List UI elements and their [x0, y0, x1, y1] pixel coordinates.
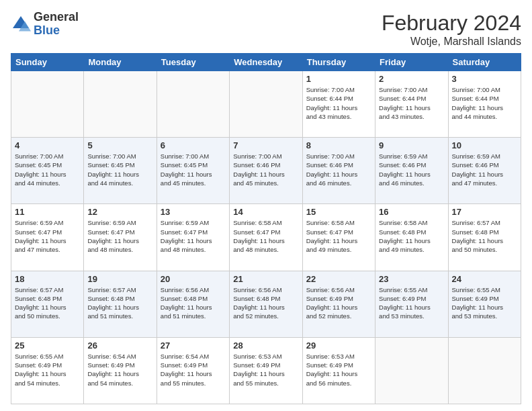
- day-info: Sunrise: 6:57 AMSunset: 6:48 PMDaylight:…: [87, 285, 152, 321]
- day-number: 20: [161, 274, 226, 284]
- day-number: 4: [15, 140, 80, 150]
- day-number: 26: [87, 340, 152, 351]
- day-info: Sunrise: 6:59 AMSunset: 6:47 PMDaylight:…: [87, 218, 152, 254]
- page: General Blue February 2024 Wotje, Marsha…: [0, 0, 532, 411]
- calendar-cell: 1Sunrise: 7:00 AMSunset: 6:44 PMDaylight…: [302, 71, 375, 138]
- day-info: Sunrise: 6:56 AMSunset: 6:48 PMDaylight:…: [233, 285, 298, 321]
- day-number: 6: [161, 140, 226, 150]
- title-month-year: February 2024: [382, 11, 521, 36]
- day-info: Sunrise: 6:56 AMSunset: 6:48 PMDaylight:…: [161, 285, 226, 321]
- day-number: 10: [452, 140, 517, 150]
- calendar-weekday-tuesday: Tuesday: [157, 54, 229, 71]
- logo-general-text: General: [34, 11, 79, 24]
- day-number: 29: [306, 340, 371, 351]
- day-info: Sunrise: 7:00 AMSunset: 6:44 PMDaylight:…: [306, 85, 371, 121]
- calendar-cell: 27Sunrise: 6:54 AMSunset: 6:49 PMDayligh…: [157, 337, 229, 404]
- calendar-cell: 17Sunrise: 6:57 AMSunset: 6:48 PMDayligh…: [448, 204, 521, 271]
- calendar-cell: 11Sunrise: 6:59 AMSunset: 6:47 PMDayligh…: [11, 204, 84, 271]
- day-info: Sunrise: 6:53 AMSunset: 6:49 PMDaylight:…: [306, 352, 371, 387]
- day-number: 14: [233, 207, 298, 217]
- calendar-header-row: SundayMondayTuesdayWednesdayThursdayFrid…: [11, 54, 521, 71]
- calendar-week-row: 25Sunrise: 6:55 AMSunset: 6:49 PMDayligh…: [11, 337, 521, 404]
- calendar-cell: 3Sunrise: 7:00 AMSunset: 6:44 PMDaylight…: [448, 71, 521, 138]
- calendar-cell: 8Sunrise: 7:00 AMSunset: 6:46 PMDaylight…: [302, 138, 375, 204]
- calendar-weekday-wednesday: Wednesday: [230, 54, 302, 71]
- calendar-cell: 20Sunrise: 6:56 AMSunset: 6:48 PMDayligh…: [157, 271, 229, 337]
- calendar-cell: [375, 337, 448, 404]
- calendar-cell: 12Sunrise: 6:59 AMSunset: 6:47 PMDayligh…: [84, 204, 157, 271]
- title-block: February 2024 Wotje, Marshall Islands: [382, 11, 521, 48]
- day-info: Sunrise: 7:00 AMSunset: 6:44 PMDaylight:…: [452, 85, 517, 121]
- calendar-cell: [11, 71, 84, 138]
- calendar-cell: 10Sunrise: 6:59 AMSunset: 6:46 PMDayligh…: [448, 138, 521, 204]
- calendar-cell: 22Sunrise: 6:56 AMSunset: 6:49 PMDayligh…: [302, 271, 375, 337]
- calendar-cell: 26Sunrise: 6:54 AMSunset: 6:49 PMDayligh…: [84, 337, 157, 404]
- day-number: 12: [87, 207, 152, 217]
- calendar-weekday-sunday: Sunday: [11, 54, 84, 71]
- day-info: Sunrise: 7:00 AMSunset: 6:45 PMDaylight:…: [15, 152, 80, 187]
- calendar-table: SundayMondayTuesdayWednesdayThursdayFrid…: [11, 53, 521, 404]
- day-info: Sunrise: 7:00 AMSunset: 6:45 PMDaylight:…: [161, 152, 226, 187]
- day-info: Sunrise: 6:55 AMSunset: 6:49 PMDaylight:…: [379, 285, 444, 321]
- day-number: 23: [379, 274, 444, 284]
- calendar-cell: 28Sunrise: 6:53 AMSunset: 6:49 PMDayligh…: [230, 337, 302, 404]
- calendar-cell: 29Sunrise: 6:53 AMSunset: 6:49 PMDayligh…: [302, 337, 375, 404]
- calendar-cell: 21Sunrise: 6:56 AMSunset: 6:48 PMDayligh…: [230, 271, 302, 337]
- day-info: Sunrise: 6:53 AMSunset: 6:49 PMDaylight:…: [233, 352, 298, 387]
- calendar-cell: 19Sunrise: 6:57 AMSunset: 6:48 PMDayligh…: [84, 271, 157, 337]
- calendar-cell: 4Sunrise: 7:00 AMSunset: 6:45 PMDaylight…: [11, 138, 84, 204]
- calendar-cell: 13Sunrise: 6:59 AMSunset: 6:47 PMDayligh…: [157, 204, 229, 271]
- day-info: Sunrise: 6:54 AMSunset: 6:49 PMDaylight:…: [87, 352, 152, 387]
- calendar-cell: [448, 337, 521, 404]
- day-info: Sunrise: 6:58 AMSunset: 6:48 PMDaylight:…: [379, 218, 444, 254]
- day-info: Sunrise: 7:00 AMSunset: 6:46 PMDaylight:…: [306, 152, 371, 187]
- calendar-week-row: 1Sunrise: 7:00 AMSunset: 6:44 PMDaylight…: [11, 71, 521, 138]
- day-number: 13: [161, 207, 226, 217]
- calendar-cell: 2Sunrise: 7:00 AMSunset: 6:44 PMDaylight…: [375, 71, 448, 138]
- day-number: 21: [233, 274, 298, 284]
- calendar-cell: 25Sunrise: 6:55 AMSunset: 6:49 PMDayligh…: [11, 337, 84, 404]
- calendar-cell: 15Sunrise: 6:58 AMSunset: 6:47 PMDayligh…: [302, 204, 375, 271]
- calendar-cell: 5Sunrise: 7:00 AMSunset: 6:45 PMDaylight…: [84, 138, 157, 204]
- calendar-weekday-monday: Monday: [84, 54, 157, 71]
- day-number: 5: [87, 140, 152, 150]
- day-info: Sunrise: 6:55 AMSunset: 6:49 PMDaylight:…: [15, 352, 80, 387]
- calendar-cell: 14Sunrise: 6:58 AMSunset: 6:47 PMDayligh…: [230, 204, 302, 271]
- logo: General Blue: [11, 11, 79, 38]
- day-number: 7: [233, 140, 298, 150]
- logo-text: General Blue: [34, 11, 79, 38]
- logo-icon: [11, 14, 31, 34]
- header: General Blue February 2024 Wotje, Marsha…: [11, 11, 521, 48]
- day-info: Sunrise: 6:58 AMSunset: 6:47 PMDaylight:…: [306, 218, 371, 254]
- day-info: Sunrise: 6:59 AMSunset: 6:47 PMDaylight:…: [15, 218, 80, 254]
- title-location: Wotje, Marshall Islands: [382, 36, 521, 48]
- calendar-cell: [84, 71, 157, 138]
- day-number: 15: [306, 207, 371, 217]
- day-number: 17: [452, 207, 517, 217]
- calendar-cell: 7Sunrise: 7:00 AMSunset: 6:46 PMDaylight…: [230, 138, 302, 204]
- calendar-cell: 6Sunrise: 7:00 AMSunset: 6:45 PMDaylight…: [157, 138, 229, 204]
- day-info: Sunrise: 6:57 AMSunset: 6:48 PMDaylight:…: [15, 285, 80, 321]
- day-number: 22: [306, 274, 371, 284]
- calendar-week-row: 4Sunrise: 7:00 AMSunset: 6:45 PMDaylight…: [11, 138, 521, 204]
- calendar-cell: 9Sunrise: 6:59 AMSunset: 6:46 PMDaylight…: [375, 138, 448, 204]
- day-info: Sunrise: 6:58 AMSunset: 6:47 PMDaylight:…: [233, 218, 298, 254]
- day-number: 28: [233, 340, 298, 351]
- logo-blue-text: Blue: [34, 24, 79, 38]
- day-info: Sunrise: 6:59 AMSunset: 6:46 PMDaylight:…: [452, 152, 517, 187]
- day-number: 3: [452, 74, 517, 84]
- calendar-weekday-thursday: Thursday: [302, 54, 375, 71]
- calendar-cell: 16Sunrise: 6:58 AMSunset: 6:48 PMDayligh…: [375, 204, 448, 271]
- day-number: 2: [379, 74, 444, 84]
- calendar-cell: [230, 71, 302, 138]
- day-info: Sunrise: 6:59 AMSunset: 6:47 PMDaylight:…: [161, 218, 226, 254]
- calendar-cell: 18Sunrise: 6:57 AMSunset: 6:48 PMDayligh…: [11, 271, 84, 337]
- calendar-weekday-saturday: Saturday: [448, 54, 521, 71]
- day-info: Sunrise: 7:00 AMSunset: 6:45 PMDaylight:…: [87, 152, 152, 187]
- calendar-week-row: 11Sunrise: 6:59 AMSunset: 6:47 PMDayligh…: [11, 204, 521, 271]
- day-info: Sunrise: 6:56 AMSunset: 6:49 PMDaylight:…: [306, 285, 371, 321]
- calendar-cell: [157, 71, 229, 138]
- calendar-cell: 23Sunrise: 6:55 AMSunset: 6:49 PMDayligh…: [375, 271, 448, 337]
- day-number: 11: [15, 207, 80, 217]
- day-info: Sunrise: 6:54 AMSunset: 6:49 PMDaylight:…: [161, 352, 226, 387]
